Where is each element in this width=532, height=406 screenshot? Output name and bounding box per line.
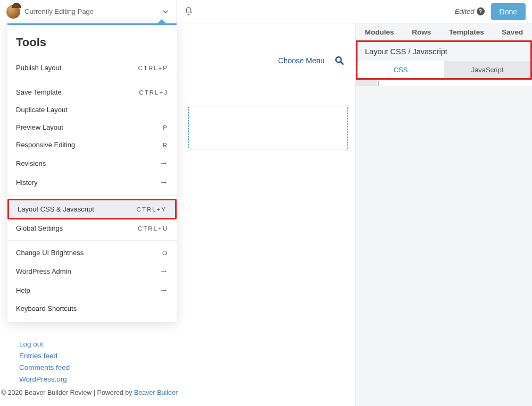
drop-zone[interactable] — [188, 106, 348, 149]
link-logout[interactable]: Log out — [19, 340, 70, 348]
menu-item-label: Keyboard Shortcuts — [16, 304, 77, 312]
menu-save-template[interactable]: Save Template CTRL+J — [7, 83, 177, 101]
arrow-right-icon: → — [160, 158, 168, 168]
menu-item-shortcut: CTRL+P — [138, 65, 168, 71]
search-icon[interactable] — [334, 55, 345, 66]
menu-separator — [7, 195, 177, 196]
menu-item-shortcut: CTRL+U — [138, 225, 168, 232]
menu-item-shortcut: P — [163, 124, 168, 131]
menu-item-label: Responsive Editing — [16, 141, 75, 149]
menu-keyboard-shortcuts[interactable]: Keyboard Shortcuts — [7, 300, 177, 322]
beaver-logo-icon — [6, 5, 20, 19]
menu-item-shortcut: CTRL+Y — [137, 206, 167, 213]
chevron-down-icon[interactable] — [162, 9, 169, 15]
tab-rows[interactable]: Rows — [412, 28, 431, 36]
subtabs: CSS JavaScript — [358, 61, 530, 78]
highlight-box: Layout CSS & Javascript CTRL+Y — [7, 199, 177, 219]
code-editor[interactable] — [356, 80, 532, 86]
arrow-right-icon: → — [160, 177, 168, 187]
menu-item-shortcut: O — [162, 250, 168, 256]
link-entries-feed[interactable]: Entries feed — [19, 352, 70, 360]
title-dropdown-trigger[interactable]: Currently Editing Page — [0, 0, 177, 23]
menu-separator — [7, 240, 177, 241]
link-comments-feed[interactable]: Comments feed — [19, 363, 70, 371]
menu-publish-layout[interactable]: Publish Layout CTRL+P — [7, 59, 177, 77]
panel-header: Layout CSS / Javascript — [358, 42, 530, 61]
arrow-right-icon: → — [160, 266, 168, 276]
help-icon[interactable]: ? — [477, 7, 485, 15]
menu-item-label: Preview Layout — [16, 123, 63, 131]
dropdown-arrow-icon — [156, 19, 167, 24]
menu-item-label: WordPress Admin — [16, 267, 71, 275]
menu-item-label: Change UI Brightness — [16, 249, 84, 257]
choose-menu-link[interactable]: Choose Menu — [278, 56, 325, 65]
notifications-icon[interactable] — [177, 0, 200, 23]
menu-item-shortcut: R — [163, 142, 168, 148]
menu-help[interactable]: Help → — [7, 281, 177, 300]
menu-preview-layout[interactable]: Preview Layout P — [7, 119, 177, 136]
menu-item-label: Layout CSS & Javascript — [18, 205, 94, 213]
footer-link[interactable]: Beaver Builder — [134, 389, 178, 396]
menu-item-label: Help — [16, 286, 30, 294]
choose-menu-row: Choose Menu — [278, 55, 345, 66]
menu-duplicate-layout[interactable]: Duplicate Layout — [7, 101, 177, 119]
subtab-css[interactable]: CSS — [358, 61, 444, 78]
tools-heading: Tools — [7, 25, 177, 59]
done-button[interactable]: Done — [491, 3, 526, 20]
top-right-controls: Edited ? Done — [455, 3, 532, 20]
arrow-right-icon: → — [160, 285, 168, 295]
meta-links: Log out Entries feed Comments feed WordP… — [19, 340, 70, 383]
edited-label: Edited — [455, 7, 475, 15]
menu-item-label: Revisions — [16, 159, 46, 167]
panel-tabs: Modules Rows Templates Saved — [356, 23, 532, 40]
menu-item-label: Save Template — [16, 88, 62, 96]
tab-templates[interactable]: Templates — [449, 28, 484, 36]
menu-history[interactable]: History → — [7, 173, 177, 192]
menu-global-settings[interactable]: Global Settings CTRL+U — [7, 219, 177, 237]
menu-item-label: History — [16, 179, 37, 187]
svg-point-0 — [336, 57, 341, 62]
menu-item-label: Duplicate Layout — [16, 106, 68, 114]
edited-status: Edited ? — [455, 7, 485, 15]
menu-item-label: Publish Layout — [16, 64, 61, 72]
top-bar: Currently Editing Page Edited ? Done — [0, 0, 532, 23]
link-wporg[interactable]: WordPress.org — [19, 375, 70, 383]
right-panel: Modules Rows Templates Saved Layout CSS … — [355, 23, 532, 406]
tab-saved[interactable]: Saved — [502, 28, 523, 36]
menu-wordpress-admin[interactable]: WordPress Admin → — [7, 261, 177, 281]
page-title: Currently Editing Page — [24, 7, 94, 15]
menu-item-shortcut: CTRL+J — [139, 89, 169, 96]
footer-text: © 2020 Beaver Builder Review | Powered b… — [1, 389, 134, 396]
menu-responsive-editing[interactable]: Responsive Editing R — [7, 136, 177, 154]
menu-revisions[interactable]: Revisions → — [7, 154, 177, 173]
svg-line-1 — [341, 62, 344, 65]
tools-dropdown: Tools Publish Layout CTRL+P Save Templat… — [7, 23, 177, 322]
menu-item-label: Global Settings — [16, 224, 63, 232]
highlight-box: Layout CSS / Javascript CSS JavaScript — [356, 40, 532, 80]
tab-modules[interactable]: Modules — [365, 28, 394, 36]
menu-change-brightness[interactable]: Change UI Brightness O — [7, 244, 177, 261]
menu-separator — [7, 80, 177, 80]
subtab-javascript[interactable]: JavaScript — [444, 61, 530, 78]
footer: © 2020 Beaver Builder Review | Powered b… — [0, 389, 179, 396]
menu-layout-css-js[interactable]: Layout CSS & Javascript CTRL+Y — [9, 200, 175, 218]
